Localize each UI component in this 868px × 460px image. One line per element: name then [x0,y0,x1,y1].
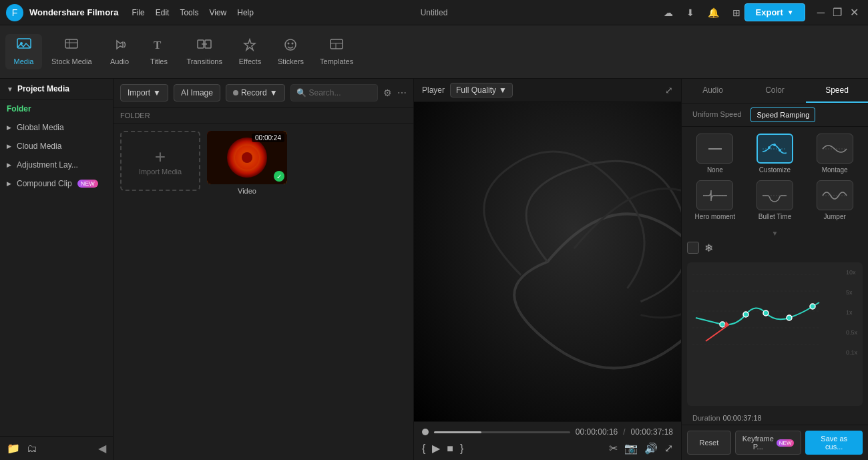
ai-image-button[interactable]: AI Image [174,84,220,101]
audio-icon[interactable]: 🔊 [644,442,658,455]
collapse-panel-icon[interactable]: ◀ [98,442,106,455]
menu-edit[interactable]: Edit [156,8,170,17]
speed-chart[interactable]: 10x 5x 1x 0.5x 0.1x [687,262,863,406]
toolbar-stickers[interactable]: Stickers [271,34,310,69]
time-separator: / [623,427,625,437]
playback-handle[interactable] [422,429,429,435]
media-toolbar: Import ▼ AI Image Record ▼ 🔍 Search... ⚙… [114,79,413,107]
speed-option-montage[interactable]: Montage [808,134,861,174]
tab-color[interactable]: Color [744,79,806,103]
bullet-icon [756,180,793,210]
menu-tools[interactable]: Tools [180,8,198,17]
y-label-1x: 1x [846,309,857,316]
toolbar-titles[interactable]: T Titles [141,34,178,69]
grid-icon[interactable]: ⊞ [728,7,744,18]
sidebar-item-label: Global Media [17,123,64,132]
toolbar: Media Stock Media Audio T Titles Transit… [0,25,868,79]
svg-text:F: F [12,7,18,18]
svg-point-37 [743,312,748,317]
save-as-custom-button[interactable]: Save as cus... [805,431,863,455]
freeze-btn[interactable] [687,242,699,254]
video-media-card[interactable]: 00:00:24 ✓ Video [207,131,287,195]
sidebar-item-label: Compound Clip [17,179,72,188]
tab-audio[interactable]: Audio [682,79,744,103]
quality-select[interactable]: Full Quality ▼ [450,83,513,97]
subtab-uniform-speed[interactable]: Uniform Speed [687,107,746,122]
toolbar-audio[interactable]: Audio [101,34,138,69]
sidebar-item-label: Folder [7,104,31,113]
fullscreen-icon[interactable]: ⤢ [665,85,673,95]
media-label: Media [14,57,34,65]
speed-option-bullet[interactable]: Bullet Time [748,180,802,220]
chevron-right-icon: ▶ [7,180,11,187]
chevron-right-icon: ▶ [7,143,11,150]
svg-point-26 [779,149,781,152]
new-folder-icon[interactable]: 🗂 [27,443,37,455]
import-media-card[interactable]: + Import Media [120,131,200,191]
y-label-0.5x: 0.5x [846,329,857,336]
sidebar-item-global-media[interactable]: ▶ Global Media [0,118,113,137]
more-options-icon[interactable]: ⋯ [397,87,407,98]
toolbar-transitions[interactable]: Transitions [180,34,229,69]
tab-speed[interactable]: Speed [806,79,868,103]
player-topbar: Player Full Quality ▼ ⤢ [414,79,681,102]
progress-fill [434,431,481,433]
toolbar-stock-media[interactable]: Stock Media [45,34,99,69]
minimize-icon[interactable]: ─ [813,7,829,19]
reset-button[interactable]: Reset [687,431,731,455]
media-panel: Import ▼ AI Image Record ▼ 🔍 Search... ⚙… [114,79,414,460]
menu-file[interactable]: File [132,8,144,17]
close-icon[interactable]: ✕ [846,6,863,19]
speed-option-jumper[interactable]: Jumper [808,180,861,220]
fullscreen2-icon[interactable]: ⤢ [664,442,673,455]
menu-help[interactable]: Help [237,8,254,17]
maximize-icon[interactable]: ❐ [829,6,846,19]
filter-icon[interactable]: ⚙ [383,87,392,98]
video-thumbnail: 00:00:24 ✓ [207,131,287,184]
subtab-speed-ramping[interactable]: Speed Ramping [750,107,815,122]
toolbar-effects[interactable]: Effects [232,34,268,69]
sidebar-item-folder[interactable]: Folder [0,99,113,118]
menu-view[interactable]: View [209,8,226,17]
snowflake-icon[interactable]: ❄ [704,242,713,254]
cloud-icon[interactable]: ☁ [660,7,677,18]
templates-icon [329,38,344,55]
speed-option-none[interactable]: None [688,134,742,174]
stop-icon[interactable]: ■ [447,443,453,455]
speed-option-hero[interactable]: Hero moment [688,180,742,220]
mark-out-icon[interactable]: } [460,443,463,455]
search-box[interactable]: 🔍 Search... [290,84,378,101]
progress-track[interactable] [434,431,570,433]
sidebar-item-cloud-media[interactable]: ▶ Cloud Media [0,137,113,156]
sidebar-item-adjustment[interactable]: ▶ Adjustment Lay... [0,156,113,174]
left-panel: ▼ Project Media Folder ▶ Global Media ▶ … [0,79,114,460]
speed-option-customize[interactable]: Customize [748,134,802,174]
collapse-icon[interactable]: ▼ [7,85,13,93]
duration-label: Duration [692,414,720,422]
export-button[interactable]: Export ▼ [744,3,805,21]
toolbar-templates[interactable]: Templates [313,34,360,69]
import-button[interactable]: Import ▼ [120,84,168,101]
collapse-row[interactable]: ▼ [682,227,868,239]
keyframe-button[interactable]: Keyframe P... NEW [735,431,802,455]
add-folder-icon[interactable]: 📁 [7,442,20,455]
montage-icon [817,134,853,164]
right-bottom-buttons: Reset Keyframe P... NEW Save as cus... [682,425,868,460]
notification-icon[interactable]: 🔔 [704,7,723,18]
right-panel: Audio Color Speed Uniform Speed Speed Ra… [681,79,868,460]
svg-point-25 [773,144,776,146]
download-icon[interactable]: ⬇ [682,7,698,18]
new-badge: NEW [777,439,795,447]
player-icons: ⤢ [665,85,673,95]
svg-point-39 [787,315,792,320]
stickers-label: Stickers [278,57,304,65]
sidebar-item-compound-clip[interactable]: ▶ Compound Clip NEW [0,174,113,193]
mark-in-icon[interactable]: { [422,443,425,455]
templates-label: Templates [320,57,353,65]
trim-icon[interactable]: ✂ [609,442,618,455]
chevron-right-icon: ▶ [7,162,11,168]
play-pause-icon[interactable]: ▶ [432,442,440,455]
record-button[interactable]: Record ▼ [226,84,285,101]
screenshot-icon[interactable]: 📷 [624,442,638,455]
toolbar-media[interactable]: Media [5,34,42,69]
